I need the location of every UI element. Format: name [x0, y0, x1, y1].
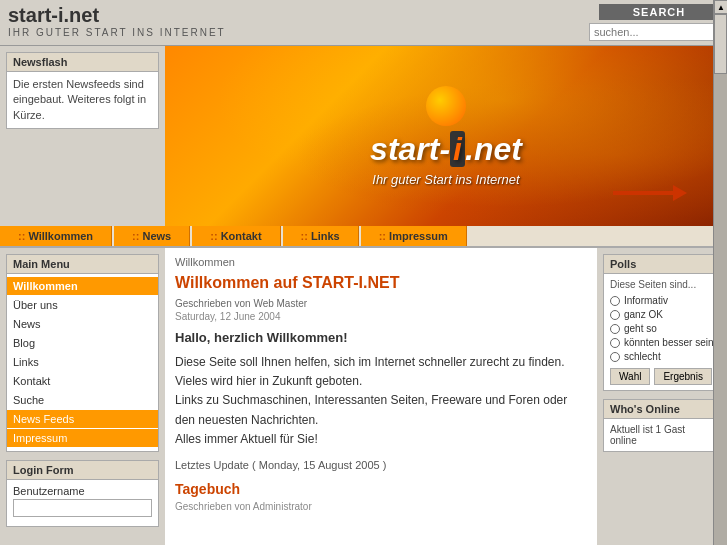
arrow-line [613, 191, 673, 195]
right-sidebar: Polls Diese Seiten sind... Informativ ga… [597, 248, 727, 545]
poll-label-3: geht so [624, 323, 657, 334]
poll-radio-3[interactable] [610, 324, 620, 334]
site-subtitle: IHR GUTER START INS INTERNET [8, 27, 226, 38]
nav-item-news[interactable]: News [114, 226, 190, 246]
poll-label-4: könnten besser sein [624, 337, 714, 348]
vote-button[interactable]: Wahl [610, 368, 650, 385]
menu-item-newsfeeds[interactable]: News Feeds [7, 410, 158, 428]
main-menu-title: Main Menu [7, 255, 158, 274]
menu-item-ueber-uns[interactable]: Über uns [7, 296, 158, 314]
vscroll-up-arrow[interactable]: ▲ [714, 0, 727, 14]
article1-update: Letztes Update ( Monday, 15 August 2005 … [175, 459, 587, 471]
right-scrollbar: ▲ ▼ [713, 0, 727, 545]
newsflash-title: Newsflash [7, 53, 158, 72]
poll-radio-4[interactable] [610, 338, 620, 348]
nav-item-kontakt[interactable]: Kontakt [192, 226, 280, 246]
newsflash-box: Newsflash Die ersten Newsfeeds sind eing… [6, 52, 159, 129]
nav-bar: Willkommen News Kontakt Links Impressum [0, 226, 727, 248]
poll-option-3: geht so [610, 323, 714, 334]
polls-box: Polls Diese Seiten sind... Informativ ga… [603, 254, 721, 391]
menu-item-willkommen[interactable]: Willkommen [7, 277, 158, 295]
hero-content: start-i.net Ihr guter Start ins Internet [370, 86, 522, 187]
polls-subtitle: Diese Seiten sind... [610, 279, 714, 290]
username-label: Benutzername [13, 485, 152, 497]
menu-item-news[interactable]: News [7, 315, 158, 333]
top-bar: start-i.net IHR GUTER START INS INTERNET… [0, 0, 727, 46]
article1-author: Geschrieben von Web Master [175, 298, 587, 309]
poll-label-2: ganz OK [624, 309, 663, 320]
article1-body: Diese Seite soll Ihnen helfen, sich im I… [175, 353, 587, 449]
hero-logo-i: i [450, 131, 465, 167]
poll-radio-1[interactable] [610, 296, 620, 306]
nav-item-willkommen[interactable]: Willkommen [0, 226, 112, 246]
main-menu-box: Main Menu Willkommen Über uns News Blog … [6, 254, 159, 452]
result-button[interactable]: Ergebnis [654, 368, 711, 385]
poll-radio-2[interactable] [610, 310, 620, 320]
menu-item-impressum[interactable]: Impressum [7, 429, 158, 447]
vscroll-track[interactable] [714, 14, 727, 545]
username-input[interactable] [13, 499, 152, 517]
arrow-head [673, 185, 687, 201]
site-title-block: start-i.net IHR GUTER START INS INTERNET [8, 4, 226, 38]
main-menu-list: Willkommen Über uns News Blog Links Kont… [7, 274, 158, 451]
left-sidebar-top: Newsflash Die ersten Newsfeeds sind eing… [0, 46, 165, 226]
whos-online-content: Aktuell ist 1 Gast online [604, 419, 720, 451]
content-section-title: Willkommen [175, 256, 587, 268]
login-form-box: Login Form Benutzername [6, 460, 159, 527]
poll-buttons: Wahl Ergebnis [610, 368, 714, 385]
whos-online-box: Who's Online Aktuell ist 1 Gast online [603, 399, 721, 452]
login-form-title: Login Form [7, 461, 158, 480]
menu-item-suche[interactable]: Suche [7, 391, 158, 409]
newsflash-content: Die ersten Newsfeeds sind eingebaut. Wei… [7, 72, 158, 128]
article1-title: Willkommen auf START-I.NET [175, 274, 587, 292]
hero-wrapper: Newsflash Die ersten Newsfeeds sind eing… [0, 46, 727, 226]
whos-online-text: Aktuell ist 1 Gast online [610, 424, 714, 446]
article2-title: Tagebuch [175, 481, 587, 497]
vscroll-thumb[interactable] [714, 14, 727, 74]
poll-option-1: Informativ [610, 295, 714, 306]
content-main: Willkommen Willkommen auf START-I.NET Ge… [165, 248, 597, 545]
menu-item-blog[interactable]: Blog [7, 334, 158, 352]
hero-area: start-i.net Ihr guter Start ins Internet [165, 46, 727, 226]
article1-date: Saturday, 12 June 2004 [175, 311, 587, 322]
poll-radio-5[interactable] [610, 352, 620, 362]
hero-slogan: Ihr guter Start ins Internet [370, 172, 522, 187]
article2-author: Geschrieben von Administrator [175, 501, 587, 512]
whos-online-title: Who's Online [604, 400, 720, 419]
site-title: start-i.net [8, 4, 226, 27]
search-button[interactable]: SEARCH [599, 4, 719, 20]
left-sidebar: Main Menu Willkommen Über uns News Blog … [0, 248, 165, 545]
menu-item-kontakt[interactable]: Kontakt [7, 372, 158, 390]
menu-item-links[interactable]: Links [7, 353, 158, 371]
hero-ball [426, 86, 466, 126]
article1-greeting: Hallo, herzlich Willkommen! [175, 330, 587, 345]
poll-label-1: Informativ [624, 295, 668, 306]
hero-arrow-decoration [613, 185, 687, 201]
page-wrapper: start-i.net IHR GUTER START INS INTERNET… [0, 0, 727, 545]
search-input[interactable] [589, 23, 719, 41]
hero-logo: start-i.net [370, 131, 522, 168]
poll-option-4: könnten besser sein [610, 337, 714, 348]
poll-option-2: ganz OK [610, 309, 714, 320]
nav-item-links[interactable]: Links [283, 226, 359, 246]
poll-label-5: schlecht [624, 351, 661, 362]
search-block: SEARCH [589, 4, 719, 41]
poll-option-5: schlecht [610, 351, 714, 362]
polls-content: Diese Seiten sind... Informativ ganz OK … [604, 274, 720, 390]
content-wrap: Main Menu Willkommen Über uns News Blog … [0, 248, 727, 545]
nav-item-impressum[interactable]: Impressum [361, 226, 467, 246]
polls-title: Polls [604, 255, 720, 274]
login-form-content: Benutzername [7, 480, 158, 526]
